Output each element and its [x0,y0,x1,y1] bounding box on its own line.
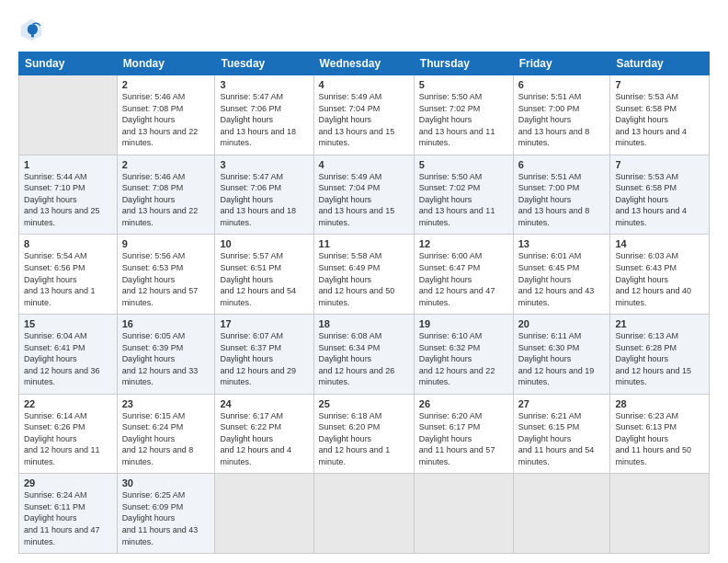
day-number: 14 [615,238,704,249]
calendar-day-cell: 10Sunrise: 5:57 AMSunset: 6:51 PMDayligh… [215,235,313,315]
day-info: Sunrise: 6:03 AMSunset: 6:43 PMDaylight … [615,251,691,306]
day-info: Sunrise: 5:49 AMSunset: 7:04 PMDaylight … [319,92,395,147]
day-number: 28 [615,398,704,409]
day-info: Sunrise: 6:05 AMSunset: 6:39 PMDaylight … [122,331,199,386]
calendar-day-cell: 28Sunrise: 6:23 AMSunset: 6:13 PMDayligh… [610,394,710,474]
calendar-day-cell: 4Sunrise: 5:49 AMSunset: 7:04 PMDaylight… [313,75,414,155]
calendar-week-row: 15Sunrise: 6:04 AMSunset: 6:41 PMDayligh… [19,314,710,394]
calendar-day-cell: 4Sunrise: 5:49 AMSunset: 7:04 PMDaylight… [313,155,414,235]
calendar-day-cell: 2Sunrise: 5:46 AMSunset: 7:08 PMDaylight… [117,75,215,155]
day-info: Sunrise: 6:07 AMSunset: 6:37 PMDaylight … [220,331,296,386]
calendar-day-cell [414,474,513,554]
day-info: Sunrise: 5:47 AMSunset: 7:06 PMDaylight … [220,92,296,147]
day-number: 27 [518,398,606,409]
logo [18,17,48,42]
header-saturday: Saturday [610,52,710,75]
day-number: 3 [220,79,308,90]
day-info: Sunrise: 5:53 AMSunset: 6:58 PMDaylight … [615,92,687,147]
day-info: Sunrise: 5:56 AMSunset: 6:53 PMDaylight … [122,251,199,306]
day-info: Sunrise: 6:10 AMSunset: 6:32 PMDaylight … [419,331,495,386]
header-thursday: Thursday [414,52,513,75]
day-info: Sunrise: 6:11 AMSunset: 6:30 PMDaylight … [518,331,595,386]
day-number: 6 [518,159,606,170]
calendar-day-cell: 17Sunrise: 6:07 AMSunset: 6:37 PMDayligh… [215,314,313,394]
calendar-day-cell: 23Sunrise: 6:15 AMSunset: 6:24 PMDayligh… [117,394,215,474]
calendar-day-cell: 25Sunrise: 6:18 AMSunset: 6:20 PMDayligh… [313,394,414,474]
day-number: 24 [220,398,308,409]
calendar-day-cell: 7Sunrise: 5:53 AMSunset: 6:58 PMDaylight… [610,155,710,235]
day-number: 18 [319,318,409,329]
day-number: 30 [122,477,210,488]
calendar-day-cell: 15Sunrise: 6:04 AMSunset: 6:41 PMDayligh… [19,314,118,394]
calendar-day-cell [610,474,710,554]
day-info: Sunrise: 6:20 AMSunset: 6:17 PMDaylight … [419,411,495,466]
calendar-week-row: 8Sunrise: 5:54 AMSunset: 6:56 PMDaylight… [19,235,710,315]
day-info: Sunrise: 5:57 AMSunset: 6:51 PMDaylight … [220,251,296,306]
day-info: Sunrise: 5:46 AMSunset: 7:08 PMDaylight … [122,172,199,227]
calendar-day-cell: 3Sunrise: 5:47 AMSunset: 7:06 PMDaylight… [215,75,313,155]
day-number: 7 [615,79,704,90]
day-info: Sunrise: 6:18 AMSunset: 6:20 PMDaylight … [319,411,391,466]
day-info: Sunrise: 6:14 AMSunset: 6:26 PMDaylight … [24,411,100,466]
calendar-day-cell: 3Sunrise: 5:47 AMSunset: 7:06 PMDaylight… [215,155,313,235]
day-number: 17 [220,318,308,329]
day-number: 19 [419,318,508,329]
logo-icon [18,17,44,42]
calendar-day-cell: 7Sunrise: 5:53 AMSunset: 6:58 PMDaylight… [610,75,710,155]
calendar-day-cell [215,474,313,554]
calendar-day-cell: 18Sunrise: 6:08 AMSunset: 6:34 PMDayligh… [313,314,414,394]
day-number: 21 [615,318,704,329]
calendar-day-cell: 20Sunrise: 6:11 AMSunset: 6:30 PMDayligh… [513,314,610,394]
calendar-day-cell: 14Sunrise: 6:03 AMSunset: 6:43 PMDayligh… [610,235,710,315]
day-info: Sunrise: 6:04 AMSunset: 6:41 PMDaylight … [24,331,100,386]
calendar-day-cell: 22Sunrise: 6:14 AMSunset: 6:26 PMDayligh… [19,394,118,474]
day-info: Sunrise: 5:46 AMSunset: 7:08 PMDaylight … [122,92,199,147]
calendar-day-cell: 5Sunrise: 5:50 AMSunset: 7:02 PMDaylight… [414,155,513,235]
calendar-day-cell: 1Sunrise: 5:44 AMSunset: 7:10 PMDaylight… [19,155,118,235]
header-wednesday: Wednesday [313,52,414,75]
calendar-day-cell: 8Sunrise: 5:54 AMSunset: 6:56 PMDaylight… [19,235,118,315]
header [18,17,710,42]
day-number: 13 [518,238,606,249]
day-number: 23 [122,398,210,409]
day-info: Sunrise: 6:08 AMSunset: 6:34 PMDaylight … [319,331,395,386]
calendar-day-cell: 13Sunrise: 6:01 AMSunset: 6:45 PMDayligh… [513,235,610,315]
calendar-day-cell: 19Sunrise: 6:10 AMSunset: 6:32 PMDayligh… [414,314,513,394]
calendar-day-cell: 9Sunrise: 5:56 AMSunset: 6:53 PMDaylight… [117,235,215,315]
day-header-row: Sunday Monday Tuesday Wednesday Thursday… [19,52,710,75]
calendar-day-cell: 16Sunrise: 6:05 AMSunset: 6:39 PMDayligh… [117,314,215,394]
day-info: Sunrise: 6:21 AMSunset: 6:15 PMDaylight … [518,411,595,466]
day-info: Sunrise: 6:24 AMSunset: 6:11 PMDaylight … [24,490,100,546]
day-info: Sunrise: 5:49 AMSunset: 7:04 PMDaylight … [319,172,395,227]
calendar-day-cell: 24Sunrise: 6:17 AMSunset: 6:22 PMDayligh… [215,394,313,474]
day-number: 5 [419,79,508,90]
calendar-page: Sunday Monday Tuesday Wednesday Thursday… [0,0,728,563]
calendar-day-cell: 27Sunrise: 6:21 AMSunset: 6:15 PMDayligh… [513,394,610,474]
day-number: 10 [220,238,308,249]
day-info: Sunrise: 6:23 AMSunset: 6:13 PMDaylight … [615,411,691,466]
day-info: Sunrise: 5:54 AMSunset: 6:56 PMDaylight … [24,251,96,306]
calendar-table: Sunday Monday Tuesday Wednesday Thursday… [18,52,710,554]
header-sunday: Sunday [19,52,118,75]
day-number: 29 [24,477,112,488]
day-number: 12 [419,238,508,249]
calendar-day-cell [313,474,414,554]
day-info: Sunrise: 6:00 AMSunset: 6:47 PMDaylight … [419,251,495,306]
day-number: 26 [419,398,508,409]
calendar-day-cell: 29Sunrise: 6:24 AMSunset: 6:11 PMDayligh… [19,474,118,554]
header-friday: Friday [513,52,610,75]
day-info: Sunrise: 5:58 AMSunset: 6:49 PMDaylight … [319,251,395,306]
day-number: 22 [24,398,112,409]
calendar-day-cell: 5Sunrise: 5:50 AMSunset: 7:02 PMDaylight… [414,75,513,155]
day-number: 9 [122,238,210,249]
calendar-day-cell [513,474,610,554]
calendar-day-cell: 6Sunrise: 5:51 AMSunset: 7:00 PMDaylight… [513,155,610,235]
day-info: Sunrise: 5:47 AMSunset: 7:06 PMDaylight … [220,172,296,227]
calendar-week-row: 2Sunrise: 5:46 AMSunset: 7:08 PMDaylight… [19,75,710,155]
day-number: 4 [319,159,409,170]
header-tuesday: Tuesday [215,52,313,75]
day-info: Sunrise: 6:13 AMSunset: 6:28 PMDaylight … [615,331,691,386]
day-info: Sunrise: 6:15 AMSunset: 6:24 PMDaylight … [122,411,194,466]
day-info: Sunrise: 6:25 AMSunset: 6:09 PMDaylight … [122,490,199,546]
calendar-week-row: 22Sunrise: 6:14 AMSunset: 6:26 PMDayligh… [19,394,710,474]
